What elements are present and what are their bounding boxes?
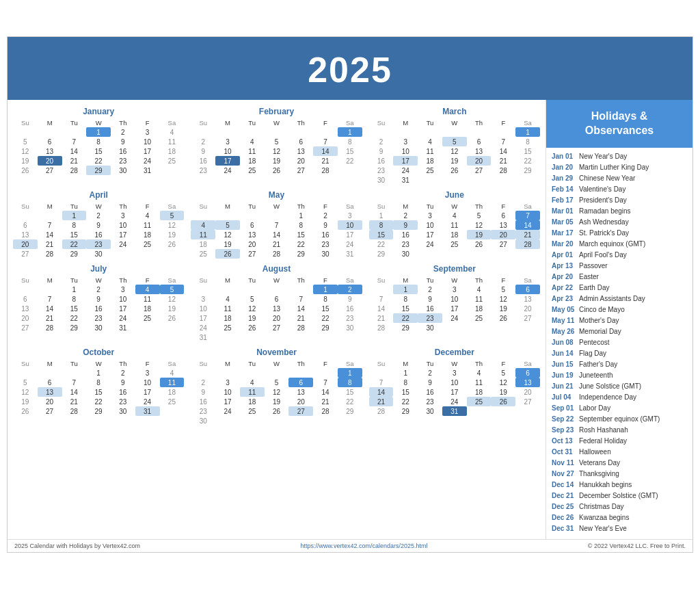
- calendar-day: 19: [215, 239, 240, 249]
- calendar-day: 8: [338, 137, 362, 146]
- day-header: Th: [111, 202, 135, 211]
- calendar-day: 2: [191, 378, 215, 387]
- holiday-name: June Solstice (GMT): [579, 382, 641, 391]
- calendar-day: 17: [418, 230, 442, 239]
- holiday-date: Jun 14: [552, 349, 579, 358]
- calendar-day: 20: [515, 387, 540, 397]
- day-header: W: [86, 118, 111, 127]
- calendar-day: [240, 368, 265, 378]
- calendar-day: 10: [338, 220, 362, 230]
- calendar-day: 29: [62, 249, 87, 259]
- calendar-day: 14: [62, 387, 87, 397]
- calendar-day: 1: [369, 211, 394, 220]
- calendar-day: 27: [240, 249, 265, 259]
- day-header: W: [265, 276, 289, 285]
- month-september: SeptemberSuMTuWThFSa12345678910111213141…: [369, 264, 540, 342]
- calendar-day: 4: [160, 368, 185, 378]
- calendar-day: 10: [442, 294, 467, 304]
- calendar-day: 29: [86, 406, 111, 416]
- calendar-day: 1: [86, 368, 111, 378]
- calendar-day: 28: [265, 249, 289, 259]
- year-title: 2025: [8, 49, 692, 90]
- holiday-date: Dec 25: [552, 502, 579, 512]
- holiday-name: Martin Luther King Day: [579, 163, 649, 172]
- calendar-day: 23: [313, 239, 338, 249]
- holiday-name: Passover: [579, 261, 608, 271]
- calendar-day: 5: [265, 137, 289, 146]
- calendar-day: 20: [491, 230, 515, 239]
- day-header: Su: [369, 202, 394, 211]
- day-header: Th: [467, 359, 492, 368]
- calendar-day: [442, 175, 467, 185]
- calendar-day: [491, 323, 515, 332]
- day-header: W: [86, 276, 111, 285]
- calendar-day: 8: [86, 137, 111, 146]
- month-january: JanuarySuMTuWThFSa1234567891011121314151…: [13, 107, 184, 185]
- calendar-day: [288, 416, 313, 426]
- calendar-day: 16: [191, 397, 215, 406]
- calendar-day: 6: [38, 378, 62, 387]
- calendar-day: 10: [111, 294, 135, 304]
- calendar-day: 26: [442, 166, 467, 175]
- calendar-day: 18: [191, 239, 215, 249]
- calendar-day: [338, 166, 362, 175]
- month-title: November: [191, 348, 362, 357]
- calendar-day: 17: [111, 304, 135, 313]
- day-header: Su: [191, 276, 215, 285]
- calendar-day: 2: [313, 211, 338, 220]
- calendar-day: 26: [160, 239, 185, 249]
- calendar-day: 12: [442, 146, 467, 156]
- calendar-day: 28: [38, 323, 62, 332]
- calendar-day: [467, 249, 492, 259]
- calendar-day: 4: [135, 211, 160, 220]
- calendar-day: 16: [418, 304, 442, 313]
- holiday-item: Dec 21December Solstice (GMT): [552, 491, 687, 501]
- calendar-day: 25: [160, 156, 185, 166]
- holiday-name: Federal Holiday: [579, 436, 627, 446]
- calendar-day: 4: [418, 137, 442, 146]
- calendar-day: 9: [338, 294, 362, 304]
- calendar-day: [338, 416, 362, 426]
- calendar-day: 18: [160, 387, 185, 397]
- calendar-day: 31: [111, 323, 135, 332]
- day-header: W: [442, 276, 467, 285]
- holiday-date: Jun 21: [552, 382, 579, 391]
- holiday-date: Dec 26: [552, 513, 579, 523]
- day-header: Sa: [160, 359, 185, 368]
- holiday-name: Father's Day: [579, 360, 617, 369]
- calendar-day: 12: [265, 387, 289, 397]
- calendar-day: 16: [111, 387, 135, 397]
- calendar-day: [313, 332, 338, 342]
- holiday-name: Admin Assistants Day: [579, 294, 645, 304]
- month-title: August: [191, 264, 362, 274]
- calendar-day: 7: [313, 137, 338, 146]
- calendar-day: 3: [215, 137, 240, 146]
- calendar-day: 14: [313, 146, 338, 156]
- calendar-day: 11: [418, 146, 442, 156]
- calendar-day: 18: [442, 230, 467, 239]
- holiday-date: Feb 17: [552, 196, 579, 205]
- calendar-day: 25: [442, 239, 467, 249]
- calendar-day: 25: [135, 239, 160, 249]
- calendar-day: 2: [191, 137, 215, 146]
- calendar-day: 20: [265, 313, 289, 323]
- calendar-day: 11: [240, 146, 265, 156]
- calendar-day: 4: [191, 220, 215, 230]
- calendar-day: [111, 249, 135, 259]
- holiday-date: Jun 15: [552, 360, 579, 369]
- calendar-day: 16: [369, 156, 394, 166]
- day-header: Su: [369, 276, 394, 285]
- day-header: Th: [467, 276, 492, 285]
- day-header: Tu: [62, 118, 87, 127]
- day-header: M: [393, 202, 418, 211]
- day-header: W: [442, 118, 467, 127]
- calendar-day: 29: [288, 249, 313, 259]
- calendar-day: 1: [86, 127, 111, 137]
- calendar-day: [215, 368, 240, 378]
- calendar-day: 25: [215, 323, 240, 332]
- calendar-day: 5: [491, 368, 515, 378]
- calendar-day: 9: [418, 378, 442, 387]
- holiday-name: Juneteenth: [579, 371, 613, 380]
- holiday-item: May 26Memorial Day: [552, 327, 687, 337]
- calendar-day: [191, 368, 215, 378]
